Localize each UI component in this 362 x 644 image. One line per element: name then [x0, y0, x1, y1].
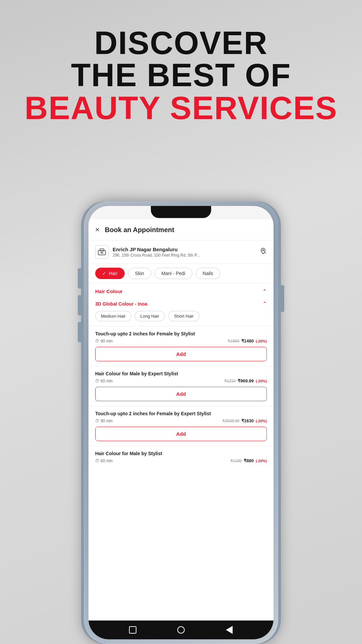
salon-info: Enrich JP Nagar Bengaluru 296, 15th Cros… [88, 240, 274, 264]
subsection-title: 3D Global Colour - Inoa [95, 301, 147, 307]
salon-icon [95, 245, 109, 259]
service-meta: ⏱ 90 min ₹2039.99 ₹1630 (-20%) [95, 418, 267, 423]
service-item: Hair Colour for Male by Expert Stylist ⏱… [88, 366, 274, 406]
hair-options: Medium Hair Long Hair Short Hair [88, 311, 274, 326]
discount-badge: (-20%) [256, 379, 267, 383]
discount-badge: (-20%) [256, 339, 267, 343]
discount-badge: (-20%) [256, 459, 267, 463]
service-item: Touch-up upto 2 inches for Female by Exp… [88, 406, 274, 446]
headline-line1: DISCOVER [0, 27, 362, 59]
discount-badge: (-20%) [256, 419, 267, 423]
subsection-chevron-up-icon[interactable]: ⌃ [262, 301, 267, 307]
service-duration: ⏱ 90 min [95, 339, 113, 343]
service-duration: ⏱ 90 min [95, 419, 113, 423]
service-price: ₹1210 ₹969.99 (-20%) [224, 378, 267, 383]
service-duration: ⏱ 60 min [95, 379, 113, 383]
service-meta: ⏱ 60 min ₹1100 ₹880 (-20%) [95, 458, 267, 463]
headline-line3: BEAUTY SERVICES [0, 91, 362, 125]
service-name: Hair Colour for Male by Expert Stylist [95, 371, 267, 376]
subsection-header: 3D Global Colour - Inoa ⌃ [88, 298, 274, 311]
check-icon: ✓ [102, 271, 106, 276]
salon-name: Enrich JP Nagar Bengaluru [113, 247, 259, 252]
medium-hair-option[interactable]: Medium Hair [95, 311, 131, 321]
add-service-2-button[interactable]: Add [95, 387, 267, 401]
service-price: ₹2039.99 ₹1630 (-20%) [222, 418, 267, 423]
tab-skin[interactable]: Skin [128, 268, 151, 279]
circle-nav-icon[interactable] [176, 625, 186, 635]
svg-point-4 [262, 250, 264, 251]
back-nav-icon[interactable] [225, 625, 234, 635]
headline-section: DISCOVER THE BEST OF BEAUTY SERVICES [0, 0, 362, 139]
add-service-3-button[interactable]: Add [95, 427, 267, 441]
service-item: Hair Colour for Male by Stylist ⏱ 60 min… [88, 446, 274, 471]
app-screen: × Book an Appointment Enrich JP [88, 219, 274, 639]
phone-notch [151, 206, 211, 218]
price-original: ₹1100 [230, 459, 242, 463]
service-name: Touch-up upto 2 inches for Female by Exp… [95, 411, 267, 416]
chevron-up-icon[interactable]: ⌃ [262, 288, 267, 294]
svg-rect-0 [98, 251, 106, 255]
clock-icon: ⏱ [95, 339, 99, 343]
clock-icon: ⏱ [95, 419, 99, 423]
service-item: Touch-up upto 2 inches for Female by Sty… [88, 326, 274, 366]
service-duration: ⏱ 60 min [95, 459, 113, 463]
tab-hair[interactable]: ✓ Hair [95, 268, 125, 279]
price-original: ₹2039.99 [222, 419, 239, 423]
salon-address: 296, 15th Cross Road, 100 Feet Ring Rd, … [113, 253, 259, 258]
price-discounted: ₹969.99 [238, 378, 254, 383]
service-meta: ⏱ 60 min ₹1210 ₹969.99 (-20%) [95, 378, 267, 383]
section-title: Hair Colour [95, 288, 123, 294]
service-name: Touch-up upto 2 inches for Female by Sty… [95, 331, 267, 336]
long-hair-option[interactable]: Long Hair [135, 311, 165, 321]
add-service-1-button[interactable]: Add [95, 347, 267, 361]
service-price: ₹1850 ₹1480 (-20%) [228, 338, 267, 343]
clock-icon: ⏱ [95, 459, 99, 463]
price-original: ₹1210 [224, 379, 236, 383]
section-header: Hair Colour ⌃ [88, 283, 274, 298]
home-nav-icon[interactable] [128, 625, 137, 635]
price-discounted: ₹880 [244, 458, 254, 463]
header-title: Book an Appointment [105, 226, 174, 234]
headline-line2: THE BEST OF [0, 59, 362, 91]
salon-details: Enrich JP Nagar Bengaluru 296, 15th Cros… [113, 247, 259, 258]
price-original: ₹1850 [228, 339, 239, 343]
price-discounted: ₹1480 [241, 338, 254, 343]
phone-mockup: × Book an Appointment Enrich JP [84, 201, 278, 644]
bottom-nav [88, 621, 274, 639]
price-discounted: ₹1630 [241, 418, 254, 423]
clock-icon: ⏱ [95, 379, 99, 383]
category-tabs: ✓ Hair Skin Mani - Pedi Nails [88, 264, 274, 283]
close-button[interactable]: × [95, 225, 100, 234]
service-meta: ⏱ 90 min ₹1850 ₹1480 (-20%) [95, 338, 267, 343]
service-price: ₹1100 ₹880 (-20%) [230, 458, 267, 463]
short-hair-option[interactable]: Short Hair [168, 311, 199, 321]
location-icon[interactable] [259, 248, 267, 257]
tab-mani-pedi[interactable]: Mani - Pedi [155, 268, 192, 279]
app-header: × Book an Appointment [88, 219, 274, 240]
service-name: Hair Colour for Male by Stylist [95, 451, 267, 456]
tab-nails[interactable]: Nails [196, 268, 220, 279]
